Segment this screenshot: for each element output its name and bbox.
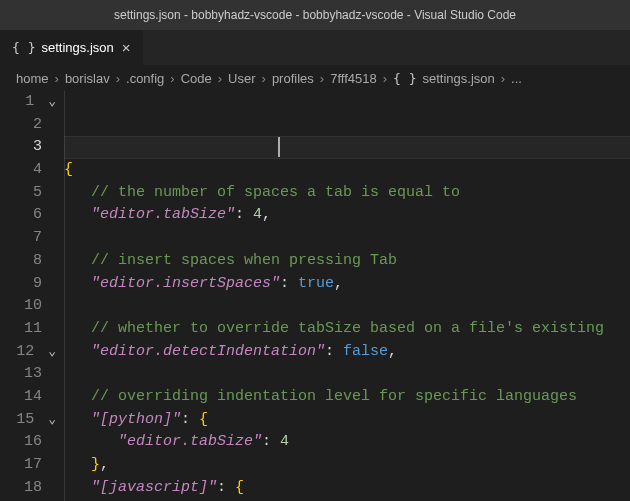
token-plain xyxy=(64,456,91,473)
json-file-icon: { } xyxy=(12,40,35,55)
token-punct: , xyxy=(100,456,109,473)
line-number[interactable]: 15 xyxy=(0,409,42,432)
breadcrumb-separator: › xyxy=(218,71,222,86)
token-string: "editor.tabSize" xyxy=(118,433,262,450)
line-number[interactable]: 3 xyxy=(0,136,42,159)
breadcrumb-segment[interactable]: .config xyxy=(126,71,164,86)
code-line[interactable]: "editor.insertSpaces": true, xyxy=(64,273,630,296)
token-plain xyxy=(64,320,91,337)
breadcrumb-segment[interactable]: 7fff4518 xyxy=(330,71,377,86)
text-cursor xyxy=(278,137,280,157)
token-punct: , xyxy=(334,275,343,292)
tab-bar: { } settings.json × xyxy=(0,30,630,65)
line-number[interactable]: 5 xyxy=(0,182,42,205)
line-number[interactable]: 7 xyxy=(0,227,42,250)
token-comment: // whether to override tabSize based on … xyxy=(91,320,604,337)
token-plain xyxy=(64,411,91,428)
token-plain xyxy=(64,275,91,292)
line-number[interactable]: 1 xyxy=(0,91,42,114)
token-plain xyxy=(64,479,91,496)
code-line[interactable]: // the number of spaces a tab is equal t… xyxy=(64,182,630,205)
token-punct: , xyxy=(388,343,397,360)
line-number[interactable]: 17 xyxy=(0,454,42,477)
breadcrumb-separator: › xyxy=(55,71,59,86)
token-punct: , xyxy=(262,206,271,223)
code-line[interactable]: { xyxy=(64,159,630,182)
code-line[interactable]: // overriding indentation level for spec… xyxy=(64,386,630,409)
token-plain xyxy=(64,343,91,360)
token-plain xyxy=(64,184,91,201)
code-line[interactable]: }, xyxy=(64,454,630,477)
breadcrumb-separator: › xyxy=(383,71,387,86)
breadcrumb-separator: › xyxy=(170,71,174,86)
code-line[interactable]: "editor.detectIndentation": false, xyxy=(64,341,630,364)
code-line[interactable]: "[python]": { xyxy=(64,409,630,432)
line-number[interactable]: 2 xyxy=(0,114,42,137)
code-area[interactable]: { // the number of spaces a tab is equal… xyxy=(64,91,630,501)
code-line[interactable]: "[javascript]": { xyxy=(64,477,630,500)
line-number[interactable]: 12 xyxy=(0,341,42,364)
token-comment: // the number of spaces a tab is equal t… xyxy=(91,184,460,201)
breadcrumb-segment[interactable]: home xyxy=(16,71,49,86)
token-string: "[javascript]" xyxy=(91,479,217,496)
code-line[interactable] xyxy=(64,363,630,386)
token-punct: : xyxy=(181,411,199,428)
breadcrumb-segment[interactable]: User xyxy=(228,71,255,86)
line-number[interactable]: 18 xyxy=(0,477,42,500)
token-true: true xyxy=(298,275,334,292)
line-number[interactable]: 8 xyxy=(0,250,42,273)
code-line[interactable] xyxy=(64,227,630,250)
token-punct: : xyxy=(280,275,298,292)
code-line[interactable]: // whether to override tabSize based on … xyxy=(64,318,630,341)
token-string: "editor.detectIndentation" xyxy=(91,343,325,360)
token-punct: : xyxy=(235,206,253,223)
token-string: "editor.insertSpaces" xyxy=(91,275,280,292)
breadcrumb-more[interactable]: ... xyxy=(511,71,522,86)
token-brace: { xyxy=(64,161,73,178)
tab-settings-json[interactable]: { } settings.json × xyxy=(0,30,144,65)
active-line-highlight xyxy=(64,136,630,159)
code-line[interactable] xyxy=(64,295,630,318)
line-number-gutter: 123456789101112131415161718 xyxy=(0,91,64,501)
token-punct: : xyxy=(325,343,343,360)
line-number[interactable]: 16 xyxy=(0,431,42,454)
line-number[interactable]: 11 xyxy=(0,318,42,341)
breadcrumb-segment[interactable]: borislav xyxy=(65,71,110,86)
line-number[interactable]: 9 xyxy=(0,273,42,296)
code-editor[interactable]: 123456789101112131415161718 { // the num… xyxy=(0,91,630,501)
breadcrumb-separator: › xyxy=(116,71,120,86)
breadcrumb-segment[interactable]: profiles xyxy=(272,71,314,86)
token-brace: { xyxy=(199,411,208,428)
token-plain xyxy=(64,206,91,223)
breadcrumb[interactable]: home›borislav›.config›Code›User›profiles… xyxy=(0,65,630,91)
line-number[interactable]: 13 xyxy=(0,363,42,386)
token-num: 4 xyxy=(253,206,262,223)
breadcrumb-file[interactable]: settings.json xyxy=(423,71,495,86)
code-line[interactable]: // insert spaces when pressing Tab xyxy=(64,250,630,273)
line-number[interactable]: 4 xyxy=(0,159,42,182)
code-line[interactable]: "editor.tabSize": 4 xyxy=(64,431,630,454)
json-file-icon: { } xyxy=(393,71,416,86)
token-comment: // insert spaces when pressing Tab xyxy=(91,252,397,269)
line-number[interactable]: 10 xyxy=(0,295,42,318)
token-punct: : xyxy=(217,479,235,496)
token-comment: // overriding indentation level for spec… xyxy=(91,388,577,405)
token-plain xyxy=(64,388,91,405)
breadcrumb-segment[interactable]: Code xyxy=(181,71,212,86)
token-num: 4 xyxy=(280,433,289,450)
token-plain xyxy=(64,433,118,450)
token-brace: } xyxy=(91,456,100,473)
close-icon[interactable]: × xyxy=(120,38,133,57)
line-number[interactable]: 6 xyxy=(0,204,42,227)
token-brace: { xyxy=(235,479,244,496)
window-title-bar: settings.json - bobbyhadz-vscode - bobby… xyxy=(0,0,630,30)
breadcrumb-separator: › xyxy=(320,71,324,86)
breadcrumb-separator: › xyxy=(262,71,266,86)
code-line[interactable]: "editor.tabSize": 4, xyxy=(64,204,630,227)
token-string: "editor.tabSize" xyxy=(91,206,235,223)
token-plain xyxy=(64,252,91,269)
line-number[interactable]: 14 xyxy=(0,386,42,409)
token-string: "[python]" xyxy=(91,411,181,428)
token-punct: : xyxy=(262,433,280,450)
breadcrumb-separator: › xyxy=(501,71,505,86)
